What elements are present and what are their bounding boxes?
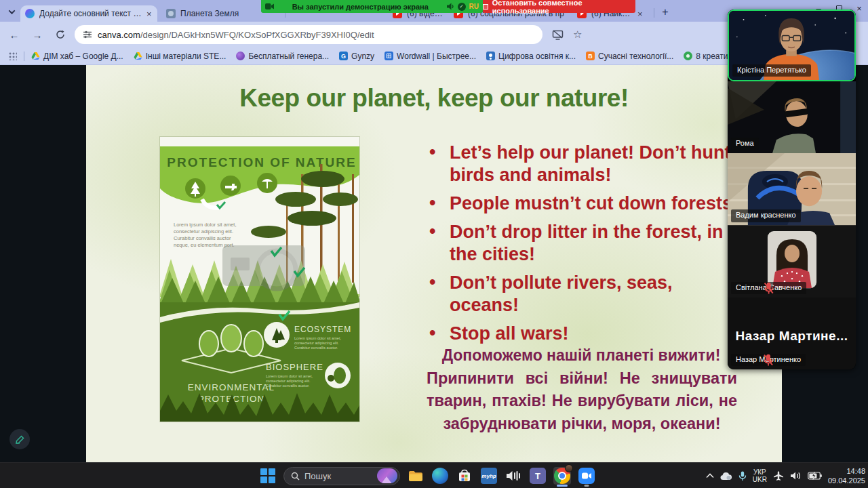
svg-text:Curabitur convallis auctor: Curabitur convallis auctor bbox=[174, 235, 231, 241]
windows-logo-icon bbox=[260, 468, 275, 483]
stop-sharing-button[interactable]: Остановить совместное использование bbox=[483, 0, 635, 13]
new-tab-button[interactable]: + bbox=[659, 6, 671, 18]
screen-share-off-icon[interactable] bbox=[552, 30, 564, 40]
bookmark-free-generator[interactable]: Бесплатный генера... bbox=[236, 52, 329, 61]
video-tile-kristina[interactable]: Крістіна Перетятько bbox=[728, 9, 856, 81]
volume-icon[interactable] bbox=[790, 471, 802, 481]
myhp-icon: myhp bbox=[481, 468, 497, 484]
file-explorer-button[interactable] bbox=[407, 467, 425, 485]
zoom-app-button[interactable] bbox=[578, 467, 595, 485]
svg-text:Curabitur convallis auctor.: Curabitur convallis auctor. bbox=[266, 384, 310, 388]
drive-icon bbox=[31, 52, 40, 60]
video-tile-roma[interactable]: Рома bbox=[728, 81, 856, 153]
store-icon bbox=[457, 468, 472, 483]
participant-display-name: Назар Мартине... bbox=[728, 329, 856, 344]
edge-button[interactable] bbox=[431, 467, 449, 485]
edit-pencil-button[interactable] bbox=[9, 429, 30, 449]
bookmark-star-icon[interactable]: ☆ bbox=[573, 28, 582, 41]
zoom-participants-panel[interactable]: Крістіна Перетятько Рома bbox=[728, 9, 856, 369]
participant-name-label: Назар Мартиненко bbox=[731, 354, 806, 366]
generator-icon bbox=[236, 52, 245, 60]
bookmark-stem-materials[interactable]: Інші матеріали STE... bbox=[134, 52, 226, 61]
apps-grid-icon[interactable] bbox=[8, 52, 17, 60]
close-window-button[interactable]: × bbox=[854, 3, 864, 14]
search-placeholder: Пошук bbox=[304, 471, 372, 481]
tray-clock[interactable]: 14:48 09.04.2025 bbox=[828, 466, 865, 486]
taskbar-center: Пошук myhp T bbox=[259, 463, 595, 488]
participant-name-label: Крістіна Перетятько bbox=[732, 64, 811, 77]
language-indicator[interactable]: УКР UKR bbox=[753, 468, 767, 484]
slide-canvas[interactable]: Keep our planet, keep our nature! PROTEC… bbox=[86, 65, 782, 462]
stock-watermark bbox=[222, 245, 305, 289]
zoom-app-icon bbox=[578, 468, 595, 484]
reload-button[interactable] bbox=[52, 26, 69, 43]
speaker-icon[interactable] bbox=[447, 3, 454, 10]
video-tile-nazar[interactable]: Назар Мартине... Назар Мартиненко bbox=[728, 298, 856, 369]
zoom-running-indicator bbox=[585, 485, 589, 487]
earth-favicon bbox=[166, 9, 176, 18]
green-circle-icon bbox=[684, 52, 692, 60]
site-settings-icon[interactable] bbox=[83, 30, 92, 39]
tab-search-chevron-icon[interactable] bbox=[5, 6, 18, 17]
audio-console-button[interactable] bbox=[505, 467, 522, 485]
slide-cta-paragraph: Припинити всі війни! Не знищувати тварин… bbox=[427, 367, 737, 435]
camera-icon bbox=[265, 3, 274, 10]
windows-taskbar: Пошук myhp T bbox=[0, 462, 868, 488]
svg-text:BIOSPHERE: BIOSPHERE bbox=[266, 362, 323, 372]
screen: Додайте основний текст – Пр × Планета Зе… bbox=[0, 0, 868, 488]
tab-close-icon[interactable]: × bbox=[637, 9, 643, 18]
airplane-icon[interactable] bbox=[773, 470, 784, 481]
tab-planet-earth[interactable]: Планета Земля bbox=[161, 5, 269, 22]
edge-icon bbox=[432, 468, 448, 484]
canva-favicon bbox=[25, 9, 35, 18]
poster-illustration: PROTECTION OF NATURE Lorem ipsum dolor s… bbox=[160, 137, 359, 422]
language-badge[interactable]: RU bbox=[469, 3, 479, 10]
bullet-item: Don’t pollute rivers, seas, oceans! bbox=[425, 272, 715, 317]
url-path: /design/DAGkHxn5WFQ/KOxSoPfXGGXRbyF39XHI… bbox=[140, 30, 374, 40]
tab-title: Додайте основний текст – Пр bbox=[39, 9, 142, 18]
teams-button[interactable]: T bbox=[529, 467, 547, 485]
tab-canva[interactable]: Додайте основний текст – Пр × bbox=[20, 5, 157, 22]
bookmark-wordwall[interactable]: Wordwall | Быстрее... bbox=[384, 52, 476, 61]
forward-button[interactable]: → bbox=[28, 26, 46, 43]
onedrive-cloud-icon[interactable] bbox=[720, 472, 732, 481]
svg-text:ENVIRONMENTAL: ENVIRONMENTAL bbox=[188, 382, 275, 392]
svg-text:Lorem ipsum dolor sit amet,: Lorem ipsum dolor sit amet, bbox=[174, 222, 237, 228]
chrome-profile-badge bbox=[565, 464, 573, 472]
chrome-button[interactable] bbox=[553, 467, 571, 485]
tray-chevron-icon[interactable] bbox=[706, 473, 714, 479]
microsoft-store-button[interactable] bbox=[456, 467, 473, 485]
drive-icon bbox=[134, 52, 142, 60]
back-button[interactable]: ← bbox=[5, 26, 23, 43]
video-tile-svitlana[interactable]: Світлана Савченко bbox=[728, 226, 856, 298]
tab-divider bbox=[654, 8, 654, 18]
address-bar[interactable]: canva.com/design/DAGkHxn5WFQ/KOxSoPfXGGX… bbox=[75, 25, 542, 44]
participant-name-label: Рома bbox=[731, 138, 759, 150]
system-tray: УКР UKR 14:48 09.04.2025 bbox=[706, 463, 865, 488]
search-highlight-image bbox=[377, 468, 397, 483]
taskbar-search[interactable]: Пошук bbox=[283, 467, 400, 485]
svg-text:Lorem ipsum dolor sit amet,: Lorem ipsum dolor sit amet, bbox=[294, 336, 341, 340]
battery-charging-icon[interactable] bbox=[808, 472, 822, 480]
search-icon bbox=[291, 472, 300, 481]
tab-close-icon[interactable]: × bbox=[146, 9, 152, 18]
wordwall-icon bbox=[384, 52, 393, 60]
slide-title: Keep our planet, keep our nature! bbox=[86, 84, 782, 113]
shield-check-icon: ✓ bbox=[458, 3, 466, 11]
url-domain: canva.com bbox=[98, 30, 140, 40]
mic-in-use-icon[interactable] bbox=[738, 471, 747, 481]
bookmark-gynzy[interactable]: G Gynzy bbox=[339, 52, 374, 61]
start-button[interactable] bbox=[259, 467, 277, 485]
svg-text:Lorem ipsum dolor sit amet,: Lorem ipsum dolor sit amet, bbox=[266, 374, 313, 378]
bookmark-modern-tech[interactable]: B Сучасні технології... bbox=[586, 52, 673, 61]
stop-icon bbox=[483, 4, 488, 9]
bookmark-digital-education[interactable]: Цифрова освітня к... bbox=[486, 52, 576, 61]
bookmark-dim-hub[interactable]: ДІМ хаб – Google Д... bbox=[31, 52, 123, 61]
video-tile-vadym[interactable]: Вадим красненко bbox=[728, 153, 856, 225]
bullet-item: People mustn’t cut down forests bbox=[425, 192, 755, 215]
gynzy-icon: G bbox=[339, 52, 348, 60]
teams-icon: T bbox=[530, 468, 546, 484]
myhp-button[interactable]: myhp bbox=[480, 467, 498, 485]
slide-bullet-list: Let’s help our planet! Don’t hunt birds … bbox=[425, 142, 755, 351]
mic-muted-icon bbox=[731, 282, 806, 294]
